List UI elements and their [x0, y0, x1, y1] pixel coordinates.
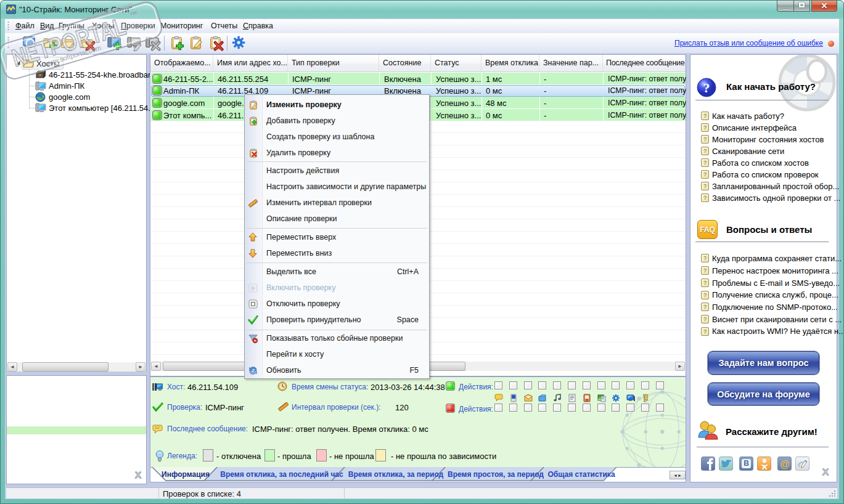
- svg-text:Время простоя, за период: Время простоя, за период: [448, 470, 544, 479]
- svg-text:Время отклика, за период: Время отклика, за период: [348, 470, 444, 479]
- svg-text:Общая статистика: Общая статистика: [547, 470, 615, 479]
- svg-text:Время отклика, за последний ча: Время отклика, за последний час: [220, 470, 343, 479]
- svg-text:@: @: [780, 459, 790, 469]
- svg-text:Информация: Информация: [162, 470, 210, 479]
- svg-text:?: ?: [703, 80, 710, 96]
